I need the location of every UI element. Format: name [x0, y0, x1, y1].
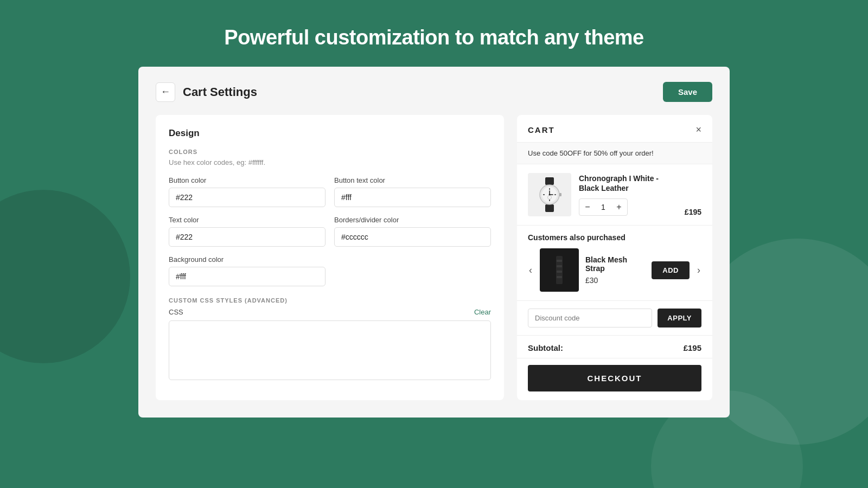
- cart-item-image: [528, 173, 571, 216]
- header-left: ← Cart Settings: [156, 82, 257, 102]
- close-icon[interactable]: ×: [695, 125, 701, 134]
- button-text-color-label: Button text color: [334, 176, 491, 184]
- svg-rect-0: [545, 177, 554, 185]
- svg-rect-18: [557, 276, 562, 278]
- svg-rect-16: [557, 265, 562, 267]
- upsell-product-image: [540, 248, 579, 292]
- save-button[interactable]: Save: [663, 82, 712, 102]
- upsell-next-button[interactable]: ›: [696, 265, 701, 276]
- color-row-2: Text color Borders/divider color: [169, 216, 491, 247]
- color-row-1: Button color Button text color: [169, 176, 491, 207]
- colors-section-label: COLORS: [169, 149, 491, 155]
- quantity-decrease-button[interactable]: −: [579, 199, 596, 215]
- clear-css-link[interactable]: Clear: [474, 308, 491, 316]
- css-label: CSS: [169, 308, 183, 316]
- background-color-label: Background color: [169, 255, 326, 264]
- button-color-input[interactable]: [169, 188, 326, 207]
- svg-rect-4: [559, 193, 561, 196]
- bg-decoration-left: [0, 190, 130, 363]
- quantity-controls: − 1 +: [579, 198, 628, 216]
- upsell-product-info: Black Mesh Strap £30: [585, 255, 645, 285]
- spacer: [334, 255, 491, 286]
- main-card: ← Cart Settings Save Design COLORS Use h…: [138, 67, 730, 418]
- cart-header: CART ×: [517, 115, 712, 143]
- svg-rect-1: [545, 204, 554, 212]
- back-icon: ←: [161, 86, 170, 98]
- upsell-product-name: Black Mesh Strap: [585, 255, 645, 273]
- two-column-layout: Design COLORS Use hex color codes, eg: #…: [156, 115, 712, 400]
- borders-color-input[interactable]: [334, 227, 491, 247]
- page-heading: Powerful customization to match any them…: [0, 0, 868, 67]
- page-title: Cart Settings: [183, 85, 257, 99]
- subtotal-label: Subtotal:: [528, 343, 563, 352]
- cart-panel: CART × Use code 50OFF for 50% off your o…: [517, 115, 712, 400]
- svg-rect-15: [557, 260, 562, 262]
- upsell-product-price: £30: [585, 276, 645, 285]
- quantity-increase-button[interactable]: +: [611, 199, 627, 215]
- discount-section: APPLY: [517, 301, 712, 336]
- cart-item-name: Chronograph I White - Black Leather: [579, 174, 677, 193]
- svg-rect-17: [557, 271, 562, 273]
- css-header-row: CUSTOM CSS STYLES (ADVANCED): [169, 297, 491, 304]
- borders-color-group: Borders/divider color: [334, 216, 491, 247]
- text-color-input[interactable]: [169, 227, 326, 247]
- button-text-color-group: Button text color: [334, 176, 491, 207]
- text-color-label: Text color: [169, 216, 326, 224]
- subtotal-value: £195: [684, 343, 701, 352]
- color-row-3: Background color: [169, 255, 491, 286]
- background-color-input[interactable]: [169, 267, 326, 286]
- watch-icon: [531, 176, 568, 213]
- back-button[interactable]: ←: [156, 82, 175, 102]
- quantity-value: 1: [596, 203, 611, 211]
- upsell-row: ‹ Black Mesh Strap: [528, 248, 701, 292]
- css-section-label: CUSTOM CSS STYLES (ADVANCED): [169, 297, 288, 304]
- upsell-prev-button[interactable]: ‹: [528, 265, 533, 276]
- design-panel: Design COLORS Use hex color codes, eg: #…: [156, 115, 504, 400]
- colors-hint: Use hex color codes, eg: #ffffff.: [169, 158, 491, 166]
- background-color-group: Background color: [169, 255, 326, 286]
- button-text-color-input[interactable]: [334, 188, 491, 207]
- strap-icon: [548, 252, 570, 288]
- text-color-group: Text color: [169, 216, 326, 247]
- discount-code-input[interactable]: [528, 309, 652, 328]
- apply-discount-button[interactable]: APPLY: [658, 309, 701, 328]
- css-textarea[interactable]: [169, 320, 491, 380]
- cart-title: CART: [528, 125, 555, 134]
- upsell-add-button[interactable]: ADD: [652, 261, 690, 279]
- cart-item-info: Chronograph I White - Black Leather − 1 …: [579, 174, 677, 216]
- borders-color-label: Borders/divider color: [334, 216, 491, 224]
- header-row: ← Cart Settings Save: [156, 82, 712, 102]
- checkout-button[interactable]: CHECKOUT: [528, 365, 701, 391]
- svg-point-11: [549, 194, 551, 196]
- promo-banner: Use code 50OFF for 50% off your order!: [517, 143, 712, 164]
- upsell-section: Customers also purchased ‹: [517, 226, 712, 301]
- design-panel-title: Design: [169, 128, 491, 139]
- cart-item: Chronograph I White - Black Leather − 1 …: [517, 164, 712, 226]
- cart-item-price: £195: [685, 208, 701, 216]
- button-color-group: Button color: [169, 176, 326, 207]
- subtotal-section: Subtotal: £195: [517, 336, 712, 358]
- upsell-title: Customers also purchased: [528, 233, 701, 242]
- button-color-label: Button color: [169, 176, 326, 184]
